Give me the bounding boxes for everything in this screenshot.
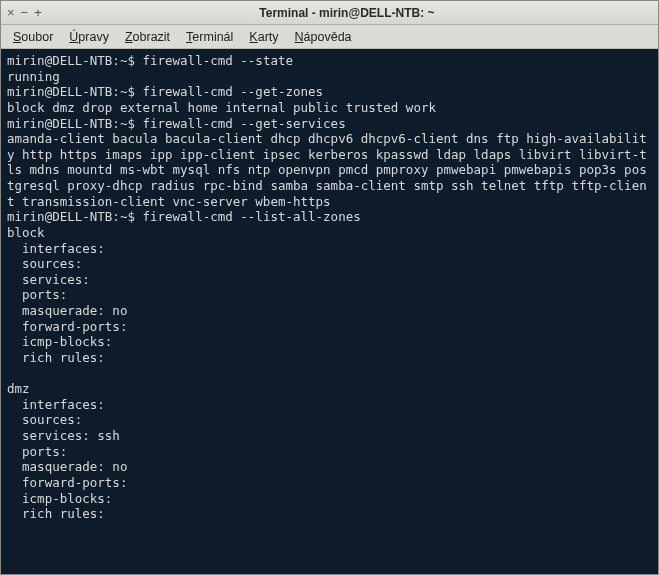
zone-field: sources: [7, 256, 652, 272]
zone-field: masquerade: no [7, 303, 652, 319]
terminal-window: × − + Terminal - mirin@DELL-NTB: ~ Soubo… [0, 0, 659, 575]
command-input: firewall-cmd --get-services [142, 116, 345, 131]
window-controls: × − + [7, 6, 42, 19]
zone-name: block [7, 225, 652, 241]
zone-field: rich rules: [7, 506, 652, 522]
menu-soubor[interactable]: Soubor [5, 28, 61, 46]
zone-field: rich rules: [7, 350, 652, 366]
command-input: firewall-cmd --state [142, 53, 293, 68]
menu-zobrazit[interactable]: Zobrazit [117, 28, 178, 46]
zone-field: icmp-blocks: [7, 334, 652, 350]
output-line: amanda-client bacula bacula-client dhcp … [7, 131, 652, 209]
prompt: mirin@DELL-NTB:~$ [7, 209, 142, 224]
zone-field: forward-ports: [7, 475, 652, 491]
titlebar[interactable]: × − + Terminal - mirin@DELL-NTB: ~ [1, 1, 658, 25]
window-title: Terminal - mirin@DELL-NTB: ~ [42, 6, 652, 20]
menu-karty[interactable]: Karty [241, 28, 286, 46]
command-input: firewall-cmd --list-all-zones [142, 209, 360, 224]
minimize-icon[interactable]: − [21, 6, 29, 19]
prompt: mirin@DELL-NTB:~$ [7, 53, 142, 68]
zone-field: services: [7, 272, 652, 288]
menu-upravy[interactable]: Úpravy [61, 28, 117, 46]
zone-name: dmz [7, 381, 652, 397]
zone-field: interfaces: [7, 241, 652, 257]
blank-line [7, 366, 652, 382]
close-icon[interactable]: × [7, 6, 15, 19]
menubar: Soubor Úpravy Zobrazit Terminál Karty Ná… [1, 25, 658, 49]
zone-field: masquerade: no [7, 459, 652, 475]
zone-field: ports: [7, 287, 652, 303]
zone-field: interfaces: [7, 397, 652, 413]
output-line: running [7, 69, 652, 85]
menu-terminal[interactable]: Terminál [178, 28, 241, 46]
zone-field: icmp-blocks: [7, 491, 652, 507]
zone-field: ports: [7, 444, 652, 460]
maximize-icon[interactable]: + [34, 6, 42, 19]
prompt: mirin@DELL-NTB:~$ [7, 116, 142, 131]
output-line: block dmz drop external home internal pu… [7, 100, 652, 116]
prompt: mirin@DELL-NTB:~$ [7, 84, 142, 99]
zone-field: sources: [7, 412, 652, 428]
command-input: firewall-cmd --get-zones [142, 84, 323, 99]
terminal-viewport[interactable]: mirin@DELL-NTB:~$ firewall-cmd --stateru… [1, 49, 658, 574]
zone-field: services: ssh [7, 428, 652, 444]
menu-napoveda[interactable]: Nápověda [287, 28, 360, 46]
zone-field: forward-ports: [7, 319, 652, 335]
